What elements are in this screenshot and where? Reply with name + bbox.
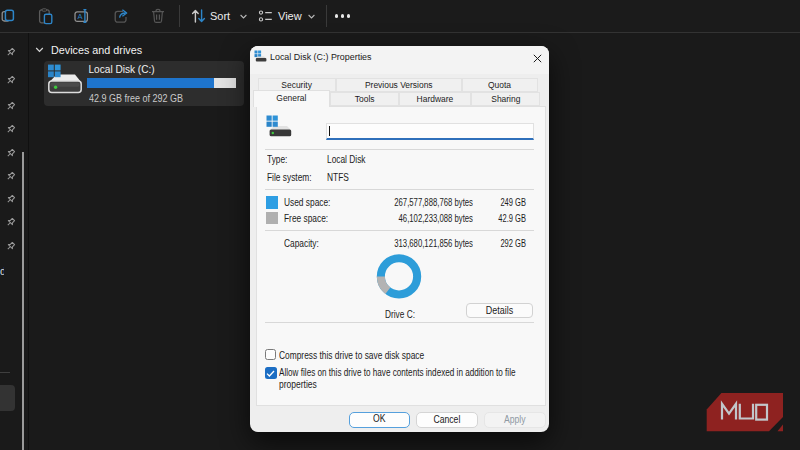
svg-text:A: A bbox=[78, 12, 83, 21]
